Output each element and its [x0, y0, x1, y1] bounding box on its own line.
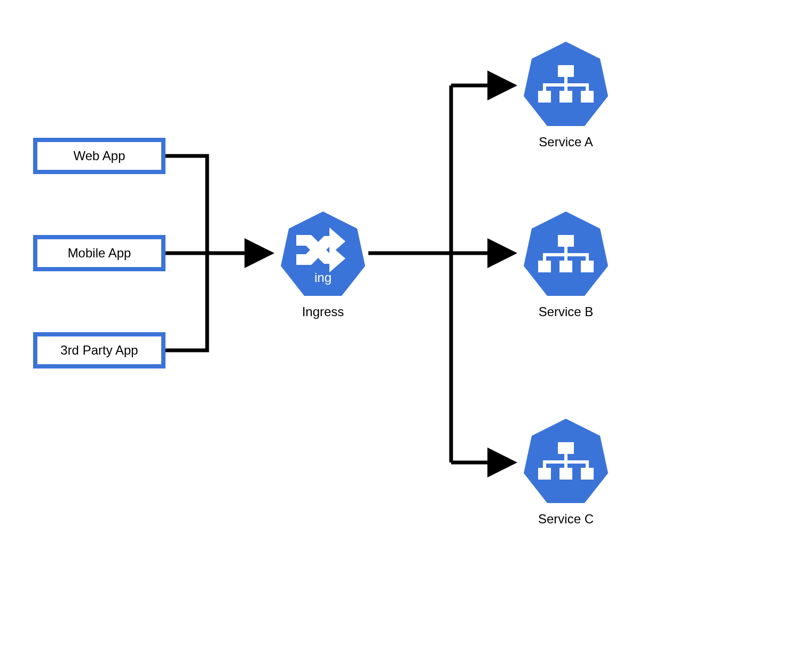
- client-web-app-label: Web App: [74, 148, 125, 163]
- client-third-party-app: 3rd Party App: [33, 332, 165, 368]
- service-b-label: Service B: [513, 304, 619, 319]
- connectors-ingress-to-services: [368, 85, 510, 462]
- client-mobile-app: Mobile App: [33, 235, 165, 271]
- service-a-label: Service A: [513, 135, 619, 150]
- ingress-label: Ingress: [270, 304, 376, 319]
- service-c-node: [524, 419, 608, 503]
- connectors-clients-to-ingress: [165, 156, 267, 350]
- client-web-app: Web App: [33, 138, 165, 174]
- client-mobile-app-label: Mobile App: [68, 246, 131, 261]
- ingress-node: ing: [281, 211, 365, 296]
- service-c-label: Service C: [513, 512, 619, 527]
- client-third-party-app-label: 3rd Party App: [60, 343, 138, 358]
- service-b-node: [524, 211, 608, 296]
- service-a-node: [524, 42, 608, 126]
- ingress-inner-label: ing: [314, 270, 332, 285]
